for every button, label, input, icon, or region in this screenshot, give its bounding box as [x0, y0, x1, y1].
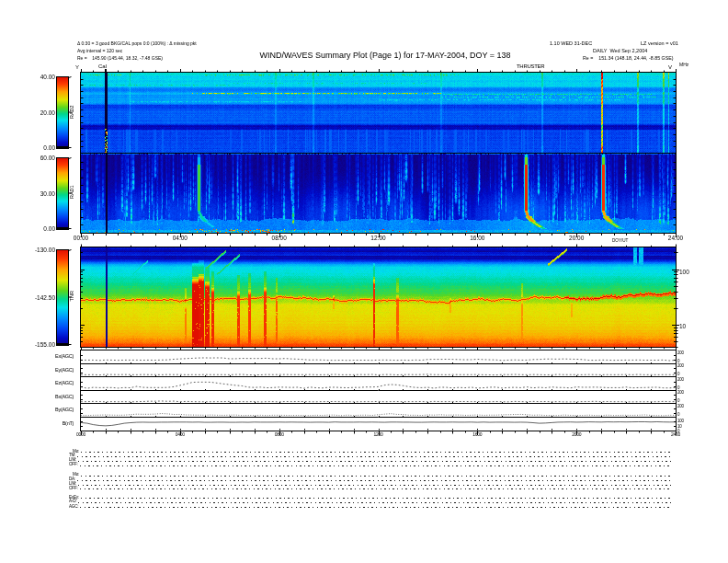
strip-right-tick-label: 200 [677, 391, 684, 396]
colorbar-tick-label: 20.00 [24, 110, 55, 117]
tnr-right-freq-label: 10 [679, 324, 686, 330]
colorbar-tick-label: 0.00 [24, 145, 55, 152]
colorbar-tick-label: 0.00 [24, 226, 55, 233]
time-axis-note: DOY/UT [612, 239, 628, 244]
time-tick-label: 12:00 [363, 236, 394, 242]
strip-right-tick-label: 0 [677, 413, 679, 418]
status-row-label: AGC: [69, 504, 78, 509]
header-note-line3: Re = 145.90 (145.44, 18.32, -7.48 GSE) [77, 56, 163, 61]
colorbar-tick-label: -142.50 [24, 295, 55, 302]
time-tick-label: 16:00 [461, 236, 493, 242]
thruster-event-label: THRUSTER [517, 63, 544, 69]
strip-right-tick-label: 0 [677, 399, 679, 404]
bottom-time-tick-label: 1200 [368, 432, 390, 437]
page-title: WIND/WAVES Summary Plot (Page 1) for 17-… [237, 52, 533, 60]
status-row: OFF: [69, 486, 672, 490]
colorbar-tick-label: -155.00 [24, 342, 55, 349]
strip-right-tick-label: 200 [677, 351, 684, 356]
strip-channel-label: B(nT) [46, 421, 74, 427]
header-note-line2: Avg interval = 120 sec [77, 49, 122, 53]
bottom-time-tick-label: 1600 [466, 432, 488, 437]
header-note-line1: Δ 0:30 = 3 good BKG/CAL pops 0:0 (100%) … [77, 41, 197, 46]
time-tick-label: 24:00 [660, 236, 691, 242]
colorbar-tick-label: 30.00 [24, 191, 55, 198]
bottom-time-tick-label: 0000 [70, 432, 92, 437]
header-version: 1.10 WED 31-DEC [550, 41, 592, 47]
time-tick-label: 08:00 [264, 236, 295, 242]
status-row: AGC: [69, 504, 672, 509]
time-tick-label: 20:00 [561, 236, 592, 242]
colorbar-tick-label: 60.00 [24, 155, 55, 162]
event-marker-v: V [668, 64, 672, 70]
strip-channel-label: Ex(AGC) [46, 354, 74, 360]
time-tick-label: 00:00 [65, 236, 97, 242]
strip-channel-label: By(AGC) [46, 408, 74, 413]
header-lz-version: LZ version = v01 [641, 41, 678, 47]
strip-channel-label: Bx(AGC) [46, 395, 74, 400]
header-re-end: Re = 151.34 (148.18, 24.44, -8.85 GSE) [583, 56, 674, 61]
strip-right-tick-label: 0 [677, 430, 679, 434]
status-row-label: OFF: [69, 486, 78, 490]
event-marker-y: Y [75, 64, 79, 70]
bottom-time-tick-label: 2400 [665, 432, 687, 437]
bottom-time-tick-label: 2000 [565, 432, 587, 437]
status-row-label: OFF: [69, 462, 78, 466]
strip-right-tick-label: 0 [677, 373, 679, 377]
strip-right-tick-label: 200 [677, 405, 684, 409]
waves-summary-plot-page: Δ 0:30 = 3 good BKG/CAL pops 0:0 (100%) … [0, 0, 728, 563]
cal-event-label: Cal [98, 63, 107, 69]
strip-right-tick-label: 100 [677, 419, 684, 424]
strip-right-tick-label: 200 [677, 364, 684, 369]
status-row: OFF: [69, 462, 672, 466]
dotted-leader [80, 463, 672, 466]
colorbar-tick-label: -130.00 [24, 247, 55, 254]
panel-label-rad2: RAD2 [70, 100, 75, 124]
strip-right-tick-label: 200 [677, 378, 684, 383]
dotted-leader [80, 505, 672, 509]
header-daily-date: DAILY Wed Sep 2,2004 [593, 49, 647, 54]
time-tick-label: 04:00 [165, 236, 196, 242]
colorbar-tick-label: 40.00 [24, 75, 55, 81]
panel-label-rad1: RAD1 [70, 180, 75, 204]
dotted-leader [80, 487, 672, 490]
strip-channel-label: Ez(AGC) [46, 381, 74, 386]
bottom-time-tick-label: 0400 [169, 432, 191, 437]
freq-unit-label: MHz [679, 63, 688, 67]
tnr-right-freq-label: 100 [679, 270, 689, 276]
strip-channel-label: Ey(AGC) [46, 368, 74, 373]
bottom-time-tick-label: 0800 [268, 432, 290, 437]
panel-label-tnr: TNR [70, 284, 75, 308]
